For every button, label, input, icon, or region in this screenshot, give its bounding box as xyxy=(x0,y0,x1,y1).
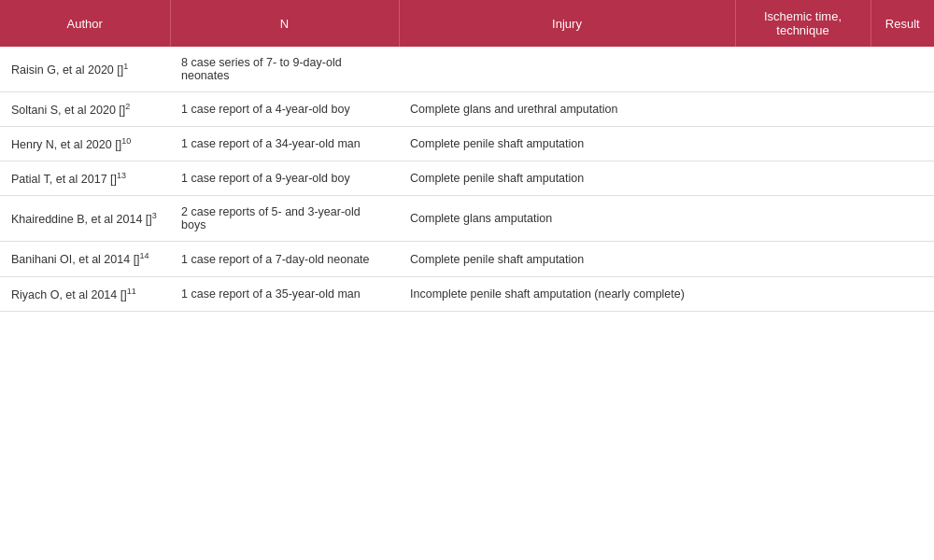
cell-ischemic-time xyxy=(735,161,870,196)
col-header-n: N xyxy=(170,0,399,47)
data-table: Author N Injury Ischemic time, technique… xyxy=(0,0,934,312)
main-table-container: Author N Injury Ischemic time, technique… xyxy=(0,0,934,312)
table-header: Author N Injury Ischemic time, technique… xyxy=(0,0,934,47)
cell-n: 1 case report of a 9-year-old boy xyxy=(170,161,399,196)
cell-injury: Complete glans amputation xyxy=(399,196,735,242)
cell-n: 1 case report of a 34-year-old man xyxy=(170,127,399,161)
cell-ischemic-time xyxy=(735,196,870,242)
cell-result xyxy=(870,196,934,242)
cell-author: Henry N, et al 2020 []10 xyxy=(0,127,170,161)
cell-result xyxy=(870,161,934,196)
col-header-injury: Injury xyxy=(399,0,735,47)
cell-ischemic-time xyxy=(735,92,870,127)
cell-ischemic-time xyxy=(735,276,870,311)
cell-result xyxy=(870,127,934,161)
table-row: Khaireddine B, et al 2014 []32 case repo… xyxy=(0,196,934,242)
table-row: Riyach O, et al 2014 []111 case report o… xyxy=(0,276,934,311)
cell-author: Banihani OI, et al 2014 []14 xyxy=(0,242,170,276)
cell-injury: Complete penile shaft amputation xyxy=(399,127,735,161)
cell-ischemic-time xyxy=(735,47,870,92)
cell-n: 2 case reports of 5- and 3-year-old boys xyxy=(170,196,399,242)
table-row: Soltani S, et al 2020 []21 case report o… xyxy=(0,92,934,127)
table-row: Raisin G, et al 2020 []18 case series of… xyxy=(0,47,934,92)
cell-author: Patial T, et al 2017 []13 xyxy=(0,161,170,196)
cell-result xyxy=(870,242,934,276)
col-header-ischemic: Ischemic time, technique xyxy=(735,0,870,47)
cell-n: 1 case report of a 35-year-old man xyxy=(170,276,399,311)
cell-author: Riyach O, et al 2014 []11 xyxy=(0,276,170,311)
cell-result xyxy=(870,276,934,311)
cell-author: Soltani S, et al 2020 []2 xyxy=(0,92,170,127)
cell-result xyxy=(870,92,934,127)
cell-injury: Incomplete penile shaft amputation (near… xyxy=(399,276,735,311)
table-row: Banihani OI, et al 2014 []141 case repor… xyxy=(0,242,934,276)
cell-injury xyxy=(399,47,735,92)
cell-author: Raisin G, et al 2020 []1 xyxy=(0,47,170,92)
cell-injury: Complete penile shaft amputation xyxy=(399,161,735,196)
table-body: Raisin G, et al 2020 []18 case series of… xyxy=(0,47,934,311)
cell-injury: Complete glans and urethral amputation xyxy=(399,92,735,127)
table-row: Henry N, et al 2020 []101 case report of… xyxy=(0,127,934,161)
cell-author: Khaireddine B, et al 2014 []3 xyxy=(0,196,170,242)
table-row: Patial T, et al 2017 []131 case report o… xyxy=(0,161,934,196)
cell-n: 1 case report of a 4-year-old boy xyxy=(170,92,399,127)
cell-ischemic-time xyxy=(735,127,870,161)
cell-injury: Complete penile shaft amputation xyxy=(399,242,735,276)
cell-ischemic-time xyxy=(735,242,870,276)
col-header-author: Author xyxy=(0,0,170,47)
cell-n: 1 case report of a 7-day-old neonate xyxy=(170,242,399,276)
cell-result xyxy=(870,47,934,92)
col-header-result: Result xyxy=(870,0,934,47)
cell-n: 8 case series of 7- to 9-day-old neonate… xyxy=(170,47,399,92)
